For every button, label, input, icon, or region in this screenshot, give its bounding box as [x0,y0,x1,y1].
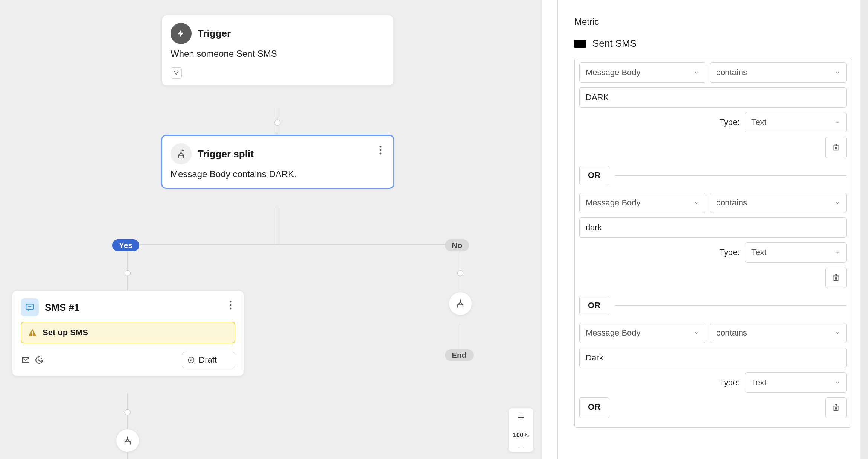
operator-select[interactable]: contains [710,193,847,213]
operator-select[interactable]: contains [710,323,847,343]
sms-warning[interactable]: Set up SMS [21,322,235,343]
sms-warning-text: Set up SMS [43,328,88,337]
chevron-down-icon [835,380,840,385]
divider [615,305,847,306]
zoom-in-button[interactable] [509,408,533,426]
value-input[interactable]: DARK [579,87,847,108]
sms-node[interactable]: SMS #1 Set up SMS [12,290,244,376]
trigger-node[interactable]: Trigger When someone Sent SMS [162,15,394,86]
metric-tag-icon [574,40,586,48]
type-select[interactable]: Text [745,372,847,393]
or-separator: OR [579,166,609,185]
branch-no-label: No [445,239,469,251]
zoom-level: 100% [509,426,533,444]
field-select[interactable]: Message Body [579,193,705,213]
branch-icon [171,143,192,164]
trigger-split-node[interactable]: Trigger split Message Body contains DARK… [162,135,394,188]
svg-point-7 [380,146,382,148]
svg-point-14 [230,308,232,310]
warning-icon [27,328,37,337]
chevron-down-icon [835,120,840,125]
trash-icon [832,274,840,282]
operator-select[interactable]: contains [710,62,847,83]
zoom-out-button[interactable] [509,444,533,452]
type-label: Type: [719,378,740,388]
metric-name: Sent SMS [592,38,637,49]
chevron-down-icon [694,70,699,75]
compass-icon [187,356,195,364]
trigger-title: Trigger [198,28,231,40]
type-select[interactable]: Text [745,242,847,263]
svg-point-13 [230,304,232,306]
bolt-icon [171,23,192,44]
svg-point-8 [380,149,382,151]
trigger-split-menu-button[interactable] [375,144,387,156]
trigger-description: When someone Sent SMS [162,47,393,67]
connector-dot[interactable] [125,409,131,415]
panel-gutter [542,0,557,459]
flow-canvas[interactable]: Trigger When someone Sent SMS Trigger sp… [0,0,558,459]
type-select[interactable]: Text [745,112,847,132]
conditions-container: Message Body contains DARK Type: Text [574,58,851,428]
panel-scrollbar[interactable] [860,0,868,459]
field-select[interactable]: Message Body [579,323,705,343]
connector-dot[interactable] [274,120,280,126]
value-input[interactable]: Dark [579,348,847,368]
svg-point-12 [230,301,232,303]
or-separator: OR [579,296,609,315]
field-select[interactable]: Message Body [579,62,705,83]
branch-yes-label: Yes [112,239,139,251]
add-step-button[interactable] [449,292,472,315]
connector-dot[interactable] [125,270,131,276]
chevron-down-icon [835,250,840,255]
sms-menu-button[interactable] [225,299,237,311]
zoom-control: 100% [508,408,534,452]
trigger-split-description: Message Body contains DARK. [162,167,393,188]
chevron-down-icon [835,330,840,336]
chevron-down-icon [694,330,699,336]
divider [615,175,847,176]
type-label: Type: [719,117,740,127]
trigger-split-title: Trigger split [198,148,254,160]
trash-icon [832,143,840,152]
delete-condition-button[interactable] [825,397,847,418]
add-step-button[interactable] [116,429,139,452]
svg-point-9 [380,153,382,155]
sms-icon [21,298,39,316]
chevron-down-icon [694,200,699,205]
trigger-filter-icon[interactable] [171,67,182,79]
sms-status-text: Draft [199,355,217,365]
type-label: Type: [719,248,740,257]
svg-rect-15 [32,331,33,334]
add-or-condition-button[interactable]: OR [579,397,609,418]
delete-condition-button[interactable] [825,137,847,158]
chevron-down-icon [835,70,840,75]
condition-panel: Metric Sent SMS Message Body contains DA… [558,0,868,459]
branch-end-label: End [445,349,474,361]
value-input[interactable]: dark [579,217,847,238]
metric-section-label: Metric [574,17,851,27]
connector-dot[interactable] [457,270,463,276]
trash-icon [832,404,840,412]
quiet-hours-icon[interactable] [34,355,44,365]
metric-row[interactable]: Sent SMS [574,38,851,49]
email-icon[interactable] [21,355,30,365]
delete-condition-button[interactable] [825,267,847,288]
sms-status-badge[interactable]: Draft [182,352,235,368]
chevron-down-icon [835,200,840,205]
sms-title: SMS #1 [45,302,80,313]
svg-rect-16 [32,334,33,335]
